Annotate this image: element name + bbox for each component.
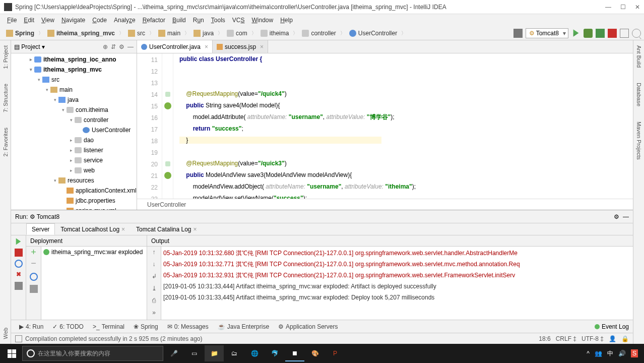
stop-button[interactable] <box>608 29 617 38</box>
windows-search[interactable]: 在这里输入你要搜索的内容 <box>22 346 163 361</box>
deploy-button[interactable] <box>30 285 38 293</box>
bottom-tab[interactable]: ⚙ Application Servers <box>274 322 342 332</box>
build-button[interactable] <box>513 29 523 38</box>
run-config-combo[interactable]: ⚙ Tomcat8 <box>526 28 568 38</box>
tree-node[interactable]: ▾resources <box>11 175 137 186</box>
inspection-icon[interactable]: 👤 <box>609 335 616 342</box>
tree-node[interactable]: ▾controller <box>11 115 137 125</box>
mic-icon[interactable]: 🎤 <box>164 345 183 361</box>
scroll-from-source-icon[interactable]: ⊕ <box>103 43 108 50</box>
tool-web[interactable]: Web <box>3 328 9 339</box>
bottom-tab[interactable]: ❀ Spring <box>130 322 162 332</box>
menu-help[interactable]: Help <box>277 16 296 25</box>
layout-button[interactable] <box>620 29 629 38</box>
powerpoint-icon[interactable]: P <box>326 345 345 361</box>
down-icon[interactable]: ↓ <box>150 261 158 269</box>
menu-build[interactable]: Build <box>169 16 189 25</box>
tool-database[interactable]: Database <box>636 83 642 106</box>
tray-up-icon[interactable]: ^ <box>587 350 590 357</box>
editor-tab[interactable]: UserController.java× <box>137 40 213 53</box>
run-button[interactable] <box>571 29 581 38</box>
tree-node[interactable]: ▸service <box>11 155 137 165</box>
menu-file[interactable]: File <box>4 16 20 25</box>
rerun-button[interactable] <box>15 237 23 246</box>
add-artifact-button[interactable]: + <box>30 249 38 257</box>
bottom-tab[interactable]: ✓ 6: TODO <box>48 322 88 332</box>
volume-icon[interactable]: 🔊 <box>618 350 626 357</box>
more-icon[interactable]: » <box>150 309 158 317</box>
tree-node[interactable]: spring-mvc.xml <box>11 206 137 210</box>
debug-button[interactable] <box>584 29 593 38</box>
s-icon[interactable]: S <box>631 349 638 357</box>
artifact-item[interactable]: itheima_spring_mvc:war exploded <box>43 249 145 256</box>
bottom-tab[interactable]: ☕ Java Enterprise <box>214 322 273 332</box>
lock-icon[interactable]: 🔒 <box>621 335 629 342</box>
file-encoding[interactable]: UTF-8 ‡ <box>582 335 604 342</box>
people-icon[interactable]: 👥 <box>595 350 602 357</box>
tree-node[interactable]: ▾com.itheima <box>11 105 137 115</box>
project-view-combo[interactable]: ▤ Project ▾ <box>14 43 45 50</box>
crumb-src[interactable]: src <box>125 29 148 38</box>
scroll-end-icon[interactable]: ⤓ <box>150 285 158 293</box>
tool-maven[interactable]: Maven Projects <box>636 122 642 160</box>
app-icon[interactable]: 📁 <box>205 345 224 361</box>
tool-ant[interactable]: Ant Build <box>636 45 642 68</box>
tree-node[interactable]: UserController <box>11 125 137 135</box>
bottom-tab[interactable]: ✉ 0: Messages <box>163 322 213 332</box>
close-tab-icon[interactable]: × <box>260 43 264 50</box>
tree-node[interactable]: ▾java <box>11 95 137 105</box>
run-coverage-button[interactable] <box>596 29 605 38</box>
crumb-module[interactable]: itheima_spring_mvc <box>44 29 118 38</box>
app-icon[interactable]: 🐬 <box>265 345 284 361</box>
crumb-controller[interactable]: controller <box>299 29 339 38</box>
search-everywhere-button[interactable] <box>632 29 641 38</box>
menu-tools[interactable]: Tools <box>208 16 228 25</box>
bottom-tab[interactable]: ▶ 4: Run <box>15 322 47 332</box>
menu-vcs[interactable]: VCS <box>229 16 248 25</box>
event-log-button[interactable]: Event Log <box>595 323 633 330</box>
crumb-class[interactable]: UserController <box>346 29 400 38</box>
explorer-icon[interactable]: 🗂 <box>225 345 244 361</box>
system-tray[interactable]: ^ 👥 中 🔊 S <box>587 349 642 358</box>
close-button[interactable]: ✕ <box>635 4 640 11</box>
exit-button[interactable]: ✖ <box>15 271 23 279</box>
menu-navigate[interactable]: Navigate <box>58 16 88 25</box>
intellij-icon[interactable]: ◼ <box>285 345 304 361</box>
hide-icon[interactable]: — <box>127 43 134 50</box>
start-button[interactable] <box>2 345 21 361</box>
run-tab[interactable]: Tomcat Catalina Log× <box>131 223 202 235</box>
refresh-button[interactable] <box>30 273 38 281</box>
run-marker-icon[interactable] <box>165 92 170 97</box>
soft-wrap-icon[interactable]: ↲ <box>150 273 158 281</box>
settings-icon[interactable]: ⚙ <box>614 213 619 220</box>
crumb-java[interactable]: java <box>190 29 217 38</box>
collapse-all-icon[interactable]: ⇵ <box>111 43 116 50</box>
run-tab[interactable]: Tomcat Localhost Log× <box>55 223 131 235</box>
up-icon[interactable]: ↑ <box>150 249 158 257</box>
tool-structure[interactable]: 7: Structure <box>3 84 9 112</box>
maximize-button[interactable]: ☐ <box>620 4 626 11</box>
menu-code[interactable]: Code <box>89 16 110 25</box>
tree-node[interactable]: ▸dao <box>11 135 137 145</box>
code-editor[interactable]: 11121314151617181920212223 public class … <box>137 53 633 199</box>
tree-node[interactable]: jdbc.properties <box>11 196 137 206</box>
menu-edit[interactable]: Edit <box>21 16 37 25</box>
settings-icon[interactable]: ⚙ <box>119 43 124 50</box>
menu-run[interactable]: Run <box>190 16 207 25</box>
crumb-main[interactable]: main <box>155 29 183 38</box>
tree-node[interactable]: applicationContext.xml <box>11 186 137 196</box>
crumb-project[interactable]: Spring <box>3 29 37 38</box>
paint-icon[interactable]: 🎨 <box>305 345 325 361</box>
editor-breadcrumb[interactable]: UserController <box>137 199 633 210</box>
stop-button[interactable] <box>15 249 23 257</box>
code-content[interactable]: public class UserController { @RequestMa… <box>173 53 633 199</box>
menu-window[interactable]: Window <box>248 16 276 25</box>
hide-icon[interactable]: — <box>623 213 629 220</box>
menu-analyze[interactable]: Analyze <box>111 16 139 25</box>
status-icon[interactable] <box>15 335 22 342</box>
chrome-icon[interactable]: 🌐 <box>245 345 264 361</box>
tree-node[interactable]: ▸web <box>11 165 137 175</box>
spring-gutter-icon[interactable] <box>164 172 171 179</box>
tree-node[interactable]: ▾src <box>11 75 137 85</box>
restart-button[interactable] <box>15 260 23 268</box>
